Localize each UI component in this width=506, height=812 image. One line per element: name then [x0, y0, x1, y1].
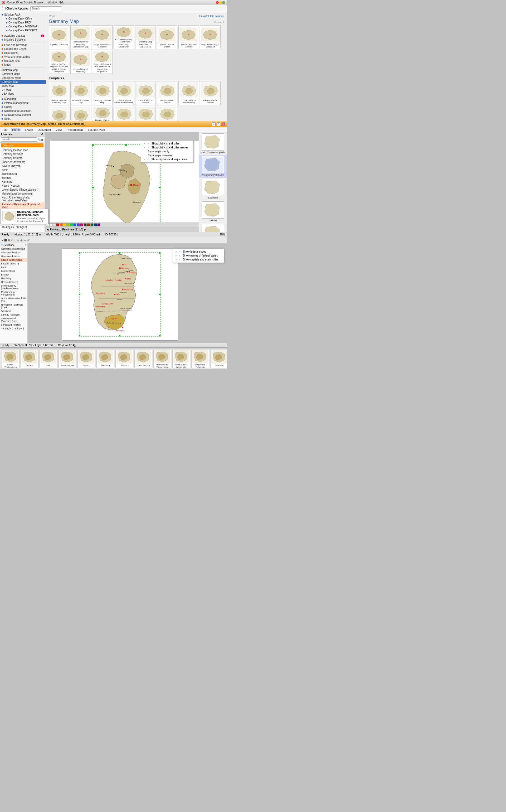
lib2-list-item[interactable]: Hesse (Hessen): [0, 280, 27, 284]
filmstrip-item[interactable]: Brandenburg: [59, 349, 76, 368]
sidebar-item-continent[interactable]: Continent Maps: [0, 72, 46, 76]
color-swatch[interactable]: [94, 223, 97, 227]
sidebar-item-marketing[interactable]: Marketing: [0, 97, 46, 101]
template-card[interactable]: Locator Map of Berlin: [157, 81, 177, 105]
lib-list-item[interactable]: Germany divisions: [0, 152, 45, 156]
lib-search-input[interactable]: [1, 137, 37, 142]
filmstrip-item[interactable]: Lower Saxony: [135, 349, 152, 368]
lib2-list-item[interactable]: Germany divisions: [0, 251, 27, 254]
opt2-capitals[interactable]: ✓ Show capitals and major cities: [173, 258, 224, 261]
option-capitals[interactable]: ✓ Show capitals and major cities: [141, 157, 193, 161]
template-card[interactable]: Locator Map of Rhineland-Palatinate: [157, 106, 177, 121]
template-card[interactable]: Locator Map of Hesse: [70, 106, 91, 121]
sidebar-item-sport[interactable]: Sport: [0, 117, 46, 121]
sidebar-item-uk[interactable]: UK Map: [0, 88, 46, 92]
menu-solution-park[interactable]: Solution Park: [86, 128, 106, 131]
opt2-federal[interactable]: ✓ Show federal states: [173, 250, 224, 254]
page-item[interactable]: Saxony: [199, 200, 227, 223]
filmstrip-item[interactable]: Saarland: [210, 349, 227, 368]
sidebar-item-project[interactable]: ConceptDraw PROJECT: [4, 28, 46, 32]
lib2-list-item[interactable]: North Rhine-Westphalia (No...: [0, 297, 27, 303]
sidebar-item-food[interactable]: Food and Beverage: [0, 43, 46, 47]
filmstrip-item[interactable]: Berlin: [39, 349, 58, 368]
color-swatch[interactable]: [49, 223, 53, 227]
filmstrip-item[interactable]: Bavaria: [20, 349, 38, 368]
menu-document[interactable]: Document: [36, 128, 52, 131]
map-card[interactable]: Map of Germany in Eurozone: [200, 25, 221, 49]
lib2-list-item[interactable]: Hamburg: [0, 276, 27, 280]
template-card[interactable]: Locator Map of North Rhine-Westphalia: [135, 106, 156, 121]
color-swatch[interactable]: [53, 223, 56, 227]
lib2-list-item[interactable]: Saxony (Sachsen): [0, 313, 27, 317]
lib-list-item[interactable]: Bremen: [0, 176, 45, 180]
sidebar-item-quality[interactable]: Quality: [0, 105, 46, 109]
filmstrip-item[interactable]: Hesse: [115, 349, 133, 368]
sb-search-input[interactable]: [30, 6, 62, 11]
sidebar-item-usa[interactable]: USA Maps: [0, 92, 46, 96]
sidebar-item-infographics[interactable]: What are Infographics: [0, 55, 46, 59]
sidebar-item-management[interactable]: Management: [0, 59, 46, 63]
color-swatch[interactable]: [80, 223, 83, 227]
page-item[interactable]: Saarland: [199, 178, 227, 200]
sidebar-item-directional[interactable]: Directional Maps: [0, 76, 46, 80]
lib2-list-item[interactable]: Thuringia (Thüringen): [0, 327, 27, 330]
page-item[interactable]: North Rhine-Westphalia: [199, 132, 227, 155]
sidebar-item-germany[interactable]: Germany Map: [0, 80, 46, 84]
filmstrip-item[interactable]: Baden-Württemberg: [2, 349, 19, 368]
map-card[interactable]: Map of German States: [157, 25, 177, 49]
lib-search-icon[interactable]: 🔍: [37, 138, 40, 141]
map-card[interactable]: Map of Germany Districts: [178, 25, 199, 49]
lib-list-item[interactable]: Thuringia (Thüringen): [0, 225, 45, 229]
color-swatch[interactable]: [97, 223, 100, 227]
lib2-list-item[interactable]: Brandenburg: [0, 269, 27, 273]
option-districts-names[interactable]: ✓ Show districts and cities names: [141, 146, 193, 150]
color-swatch[interactable]: [73, 223, 76, 227]
lib2-list-item[interactable]: Saxony-Anhalt (Sachsen-Anh...: [0, 317, 27, 323]
template-card[interactable]: Germany Districts Map: [70, 81, 91, 105]
template-card[interactable]: Locator Map of Bremen: [200, 81, 221, 105]
menu-view[interactable]: View: [55, 128, 63, 131]
color-swatch[interactable]: [84, 223, 87, 227]
map-card[interactable]: Map of the Two Regional Authorities in N…: [49, 50, 69, 74]
nav-prev[interactable]: ◀: [47, 228, 49, 231]
pro-canvas2[interactable]: Hamburg Kiel Schwerin Berlin Potsdam Han…: [28, 243, 227, 343]
sidebar-item-graphs[interactable]: Graphs and Charts: [0, 47, 46, 51]
sidebar-item-illustrations[interactable]: Illustrations: [0, 51, 46, 55]
uninstall-link[interactable]: Uninstall this solution: [199, 15, 224, 18]
lib2-list-item[interactable]: Saarland: [0, 309, 27, 313]
lib-list-item[interactable]: Germany districts: [0, 156, 45, 160]
sb-menu-help[interactable]: Help: [59, 1, 65, 4]
map-card[interactable]: States of Germany with Freedom of Inform…: [92, 50, 112, 74]
template-card[interactable]: Locator Map of Lower Mecklenburg-Vorpomm…: [92, 106, 112, 121]
template-card[interactable]: Germany Location Map: [92, 81, 112, 105]
color-swatch[interactable]: [60, 223, 63, 227]
opt2-federal-names[interactable]: ✓ Show names of federal states: [173, 254, 224, 258]
sidebar-item-maps-cat[interactable]: Maps: [0, 63, 46, 67]
lib-list-item[interactable]: Lower Saxony (Niedersachsen): [0, 188, 45, 192]
lib2-list-item[interactable]: Mecklenburg-Vorpommern: [0, 290, 27, 297]
sidebar-item-metro[interactable]: Metro Map: [0, 84, 46, 88]
sidebar-item-updates[interactable]: Available Updates 0: [0, 34, 46, 38]
menu-presentation[interactable]: Presentation: [66, 128, 84, 131]
menu-shape[interactable]: Shape: [23, 128, 34, 131]
template-card[interactable]: Locator Map of Baden-Wurttemberg: [113, 81, 134, 105]
template-card[interactable]: Locator Map of Brandenburg: [178, 81, 199, 105]
color-swatch[interactable]: [90, 223, 94, 227]
lib-list-item[interactable]: Brandenburg: [0, 172, 45, 176]
filmstrip-item[interactable]: North Rhine-Westphalia: [172, 349, 190, 368]
lib2-list-item[interactable]: Lower Saxony (Niedersachsen): [0, 284, 27, 290]
lib-filter[interactable]: Germany ×: [1, 143, 44, 147]
lib2-list-item[interactable]: Bremen: [0, 273, 27, 276]
lib2-list-item[interactable]: Rhineland-Palatinate (Rhein...: [0, 303, 27, 309]
option-regions-only[interactable]: Show regions only: [141, 150, 193, 153]
template-card[interactable]: Locator Map of Mecklenburg-Vorpommern: [113, 106, 134, 121]
template-card[interactable]: Locator Map of Hamburg: [49, 106, 69, 121]
filmstrip-item[interactable]: Mecklenburg-Vorpommern: [153, 349, 171, 368]
close-btn[interactable]: ×: [222, 122, 225, 126]
lib2-filter-close[interactable]: ×: [25, 244, 26, 246]
sidebar-item-science[interactable]: Science and Education: [0, 109, 46, 113]
lib-list-item[interactable]: Germany location map: [0, 148, 45, 152]
filmstrip-item[interactable]: Bremen: [78, 349, 95, 368]
color-swatch[interactable]: [77, 223, 80, 227]
color-swatch[interactable]: [66, 223, 70, 227]
